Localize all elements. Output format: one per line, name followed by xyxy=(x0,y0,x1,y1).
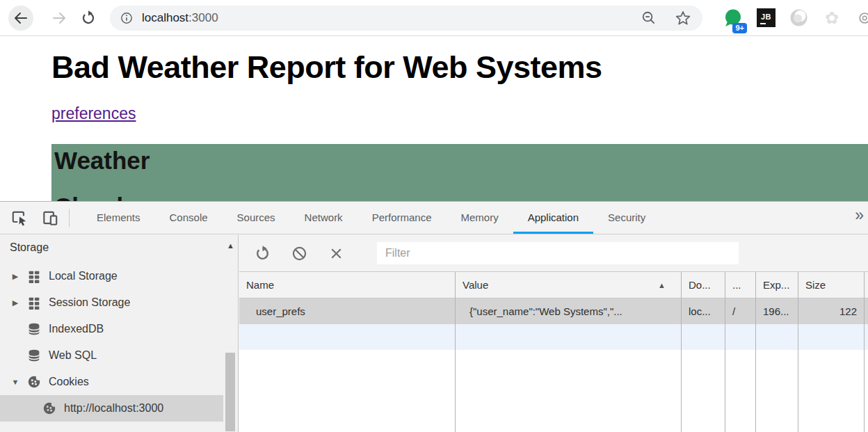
datagrid-icon xyxy=(26,295,42,310)
sidebar-item-session-storage[interactable]: ▶ Session Storage xyxy=(0,289,223,316)
database-icon xyxy=(26,348,42,363)
sidebar-item-web-sql[interactable]: Web SQL xyxy=(0,342,223,369)
toolbar-separator xyxy=(69,209,70,227)
scrollbar-thumb[interactable] xyxy=(225,353,235,431)
block-icon xyxy=(291,245,308,262)
reload-icon xyxy=(80,10,97,26)
device-toolbar-button[interactable] xyxy=(40,207,61,228)
tab-memory[interactable]: Memory xyxy=(447,202,513,234)
ring-extension-icon[interactable] xyxy=(852,8,868,28)
storage-sidebar: Storage ▶ Local Storage ▶ xyxy=(0,235,239,432)
table-filler-cell xyxy=(865,350,868,432)
column-header-expires[interactable]: Exp... xyxy=(756,272,798,298)
devtools-panel: Elements Console Sources Network Perform… xyxy=(0,201,868,432)
column-header-spacer xyxy=(865,272,868,298)
address-bar[interactable]: localhost:3000 xyxy=(110,6,702,31)
cookie-row-spacer xyxy=(865,298,868,324)
cookie-row-expires[interactable]: 196... xyxy=(756,298,798,324)
tab-application[interactable]: Application xyxy=(513,202,593,234)
weather-heading: Weather xyxy=(54,147,868,175)
arrow-left-icon xyxy=(13,10,29,26)
empty-row-cell xyxy=(682,324,725,350)
expander-collapsed-icon[interactable]: ▶ xyxy=(10,272,21,281)
cookie-row-name[interactable]: user_prefs xyxy=(239,298,456,324)
empty-row-cell xyxy=(798,324,865,350)
arrow-right-icon xyxy=(51,10,67,26)
column-header-name[interactable]: Name xyxy=(239,272,456,298)
url-host: localhost xyxy=(142,11,188,24)
back-button[interactable] xyxy=(8,6,33,31)
tab-sources[interactable]: Sources xyxy=(223,202,290,234)
devtools-tabs: Elements Console Sources Network Perform… xyxy=(82,202,660,234)
page-content: Bad Weather Report for Web Systems prefe… xyxy=(0,37,868,201)
cookie-row-value[interactable]: {"user_name":"Web Systems","... xyxy=(456,298,682,324)
inspect-element-button[interactable] xyxy=(9,207,30,228)
clear-all-button[interactable] xyxy=(290,244,308,262)
cookie-row-domain[interactable]: loc... xyxy=(682,298,725,324)
table-filler-cell xyxy=(456,350,682,432)
page-title: Bad Weather Report for Web Systems xyxy=(51,49,602,86)
sort-ascending-icon: ▲ xyxy=(658,281,666,289)
refresh-button[interactable] xyxy=(253,244,271,262)
jetbrains-extension-icon[interactable]: JB xyxy=(757,8,775,27)
table-filler-cell xyxy=(239,350,456,432)
browser-window: localhost:3000 9+ JB xyxy=(0,0,868,432)
url-port: :3000 xyxy=(188,11,218,24)
delete-selected-button[interactable] xyxy=(327,244,345,262)
expander-expanded-icon[interactable]: ▼ xyxy=(10,378,21,386)
devtools-body: Storage ▶ Local Storage ▶ xyxy=(0,235,868,432)
sidebar-item-local-storage[interactable]: ▶ Local Storage xyxy=(0,263,223,289)
weather-condition: Cloudy xyxy=(54,193,868,201)
jetbrains-label: JB xyxy=(761,13,771,21)
page-info-icon[interactable] xyxy=(120,11,134,25)
empty-row-cell xyxy=(756,324,798,350)
empty-row-cell xyxy=(725,324,756,350)
reload-button[interactable] xyxy=(76,6,101,31)
devtools-tabbar: Elements Console Sources Network Perform… xyxy=(0,202,868,234)
table-filler-cell xyxy=(798,350,865,432)
storage-tree: ▶ Local Storage ▶ xyxy=(0,263,238,422)
inspect-cursor-icon xyxy=(10,209,29,227)
cookies-panel: Name Value ▲ Do... ... Exp... Size user_… xyxy=(239,235,868,432)
datagrid-icon xyxy=(26,269,42,284)
more-tabs-chevron[interactable]: » xyxy=(855,206,864,225)
bookmark-star-icon[interactable] xyxy=(675,10,691,26)
cookie-icon xyxy=(26,374,42,390)
zoom-out-icon[interactable] xyxy=(641,10,657,26)
sidebar-header: Storage xyxy=(0,235,238,254)
tab-security[interactable]: Security xyxy=(593,202,660,234)
flower-extension-icon[interactable]: ✿ xyxy=(823,9,841,27)
expander-collapsed-icon[interactable]: ▶ xyxy=(10,298,21,307)
database-icon xyxy=(26,321,42,337)
weather-section: Weather Cloudy xyxy=(51,144,868,201)
tab-console[interactable]: Console xyxy=(155,202,223,234)
browser-toolbar: localhost:3000 9+ JB xyxy=(0,0,868,36)
empty-row-cell xyxy=(456,324,682,350)
jetbrains-underscore xyxy=(760,23,766,25)
sidebar-item-cookie-origin[interactable]: http://localhost:3000 xyxy=(0,395,223,422)
hangouts-extension-icon[interactable]: 9+ xyxy=(723,8,743,28)
preferences-link[interactable]: preferences xyxy=(51,104,136,123)
table-filler-cell xyxy=(682,350,725,432)
notification-badge: 9+ xyxy=(732,23,747,33)
sidebar-item-indexeddb[interactable]: IndexedDB xyxy=(0,316,223,342)
column-header-path[interactable]: ... xyxy=(725,272,756,298)
url-text[interactable]: localhost:3000 xyxy=(142,11,218,25)
tab-network[interactable]: Network xyxy=(290,202,357,234)
filter-input[interactable] xyxy=(377,242,739,264)
forward-button[interactable] xyxy=(47,6,72,31)
cookie-icon xyxy=(42,401,57,416)
swirl-extension-icon[interactable] xyxy=(789,8,808,27)
column-header-domain[interactable]: Do... xyxy=(682,272,725,298)
column-header-size[interactable]: Size xyxy=(798,272,865,298)
cookies-table: Name Value ▲ Do... ... Exp... Size user_… xyxy=(239,272,868,432)
tab-performance[interactable]: Performance xyxy=(357,202,447,234)
sidebar-item-cookies[interactable]: ▼ Cookies xyxy=(0,369,223,395)
tab-elements[interactable]: Elements xyxy=(82,202,155,234)
cookie-row-size[interactable]: 122 xyxy=(798,298,865,324)
cookies-toolbar xyxy=(239,235,868,272)
scrollbar-up-icon[interactable]: ▲ xyxy=(227,241,234,250)
table-filler-cell xyxy=(756,350,798,432)
column-header-value[interactable]: Value ▲ xyxy=(456,272,682,298)
cookie-row-path[interactable]: / xyxy=(725,298,756,324)
